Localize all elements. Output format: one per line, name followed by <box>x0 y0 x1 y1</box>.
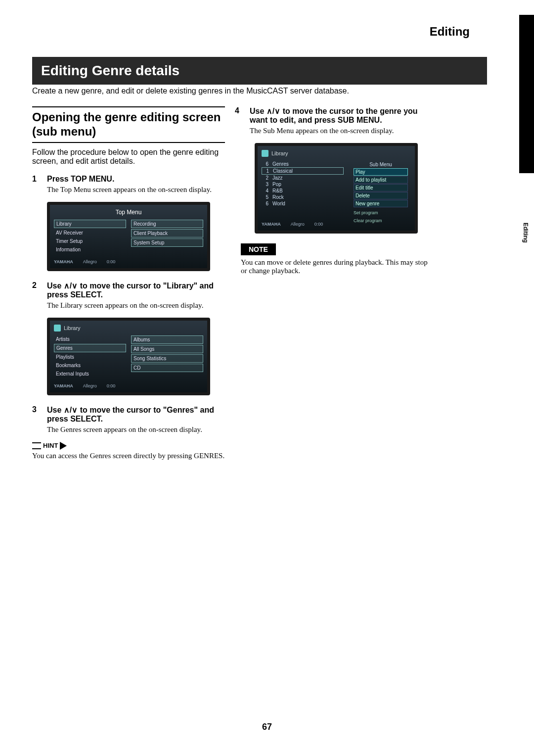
osd-time: 0:00 <box>107 383 116 388</box>
hint-lines-icon <box>32 442 41 449</box>
step-1: 1 Press TOP MENU. The Top Menu screen ap… <box>32 175 225 194</box>
osd-item: Albums <box>131 335 203 344</box>
submenu-program: Set program <box>354 210 408 215</box>
subsection-title: Opening the genre editing screen (sub me… <box>32 110 225 139</box>
submenu-option: Edit title <box>354 184 408 191</box>
hint-arrow-icon <box>60 442 67 450</box>
osd-time: 0:00 <box>314 222 323 227</box>
page-number: 67 <box>0 722 534 732</box>
step-title: Use ∧/∨ to move the cursor to "Genres" a… <box>47 405 225 424</box>
osd-item: Recording <box>131 220 203 228</box>
osd-item: Timer Setup <box>54 237 126 245</box>
step-number: 1 <box>32 175 39 184</box>
note-badge: NOTE <box>241 243 276 255</box>
osd-list-item: 5Rock <box>262 194 344 200</box>
side-section-label: Editing <box>522 223 529 243</box>
osd-list-item: 3Pop <box>262 181 344 188</box>
osd-breadcrumb: Library <box>271 150 288 156</box>
up-down-icon: ∧/∨ <box>64 406 78 414</box>
note-text: You can move or delete genres during pla… <box>241 258 428 275</box>
osd-time: 0:00 <box>107 259 116 264</box>
osd-submenu: Sub Menu Play Add to playlist Edit title… <box>354 162 408 223</box>
step-2: 2 Use ∧/∨ to move the cursor to "Library… <box>32 281 225 310</box>
osd-list-item: 6World <box>262 200 344 207</box>
osd-item: Artists <box>54 335 126 343</box>
osd-item: External Inputs <box>54 370 126 378</box>
osd-item: AV Receiver <box>54 229 126 236</box>
osd-top-menu: Top Menu Library AV Receiver Timer Setup… <box>47 202 210 271</box>
osd-item: Library <box>54 220 126 228</box>
osd-item: Bookmarks <box>54 362 126 369</box>
osd-list-item: 4R&B <box>262 188 344 194</box>
step-number: 4 <box>235 106 242 125</box>
osd-list-item: 2Jazz <box>262 175 344 181</box>
hint-badge: HINT <box>32 442 225 450</box>
osd-item: Song Statistics <box>131 354 203 363</box>
step-number: 2 <box>32 281 39 299</box>
library-icon <box>262 150 268 157</box>
osd-genres-submenu: Library 6Genres 1Classical 2Jazz 3Pop 4R… <box>255 143 418 234</box>
submenu-option: New genre <box>354 200 408 207</box>
right-column: 4 Use ∧/∨ to move the cursor to the genr… <box>235 106 428 275</box>
step-number: 3 <box>32 405 39 424</box>
osd-item: CD <box>131 364 203 372</box>
osd-brand: YAMAHA <box>54 383 73 388</box>
subsection-desc: Follow the procedure below to open the g… <box>32 148 225 166</box>
divider <box>32 142 225 143</box>
osd-item: Client Playback <box>131 229 203 237</box>
up-down-icon: ∧/∨ <box>64 282 78 290</box>
page-title: Editing <box>430 25 470 39</box>
osd-track: Allegro <box>83 383 97 388</box>
osd-item: Playlists <box>54 353 126 361</box>
step-3: 3 Use ∧/∨ to move the cursor to "Genres"… <box>32 405 225 434</box>
osd-breadcrumb: Library <box>64 325 81 331</box>
step-4: 4 Use ∧/∨ to move the cursor to the genr… <box>235 106 428 135</box>
divider <box>32 106 225 107</box>
osd-library: Library Artists Genres Playlists Bookmar… <box>47 318 210 395</box>
hint-text: You can access the Genres screen directl… <box>32 452 225 460</box>
page-edge-tab <box>519 15 534 173</box>
up-down-icon: ∧/∨ <box>267 107 280 115</box>
step-title: Use ∧/∨ to move the cursor to the genre … <box>250 106 428 125</box>
osd-item: Information <box>54 246 126 253</box>
osd-list-header: 6Genres <box>262 161 344 167</box>
submenu-option: Play <box>354 168 408 176</box>
step-body: The Genres screen appears on the on-scre… <box>47 425 225 434</box>
left-column: Opening the genre editing screen (sub me… <box>32 106 225 460</box>
intro-text: Create a new genre, and edit or delete e… <box>32 87 487 95</box>
submenu-option: Delete <box>354 192 408 199</box>
osd-item: Genres <box>54 344 126 352</box>
osd-track: Allegro <box>291 222 305 227</box>
osd-item: All Songs <box>131 345 203 353</box>
step-body: The Sub Menu appears on the on-screen di… <box>250 127 428 135</box>
hint-label: HINT <box>43 442 58 449</box>
osd-title: Top Menu <box>54 209 203 216</box>
submenu-program: Clear program <box>354 218 408 223</box>
library-icon <box>54 325 61 331</box>
osd-list-item: 1Classical <box>262 167 344 175</box>
step-title: Press TOP MENU. <box>47 175 225 184</box>
osd-brand: YAMAHA <box>262 222 281 227</box>
submenu-option: Add to playlist <box>354 176 408 184</box>
submenu-header: Sub Menu <box>354 162 408 167</box>
section-heading-bar: Editing Genre details <box>32 57 487 85</box>
osd-track: Allegro <box>83 259 97 264</box>
osd-brand: YAMAHA <box>54 259 73 264</box>
step-body: The Library screen appears on the on-scr… <box>47 301 225 310</box>
step-title: Use ∧/∨ to move the cursor to "Library" … <box>47 281 225 299</box>
step-body: The Top Menu screen appears on the on-sc… <box>47 186 225 194</box>
osd-item: System Setup <box>131 238 203 247</box>
